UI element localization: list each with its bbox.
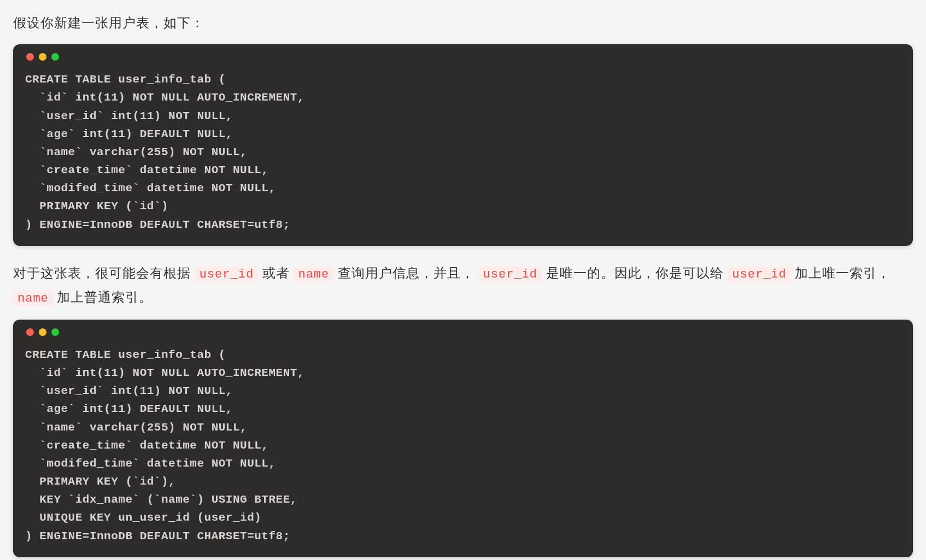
inline-code-name: name (13, 291, 53, 306)
minimize-icon (39, 328, 46, 336)
code-window-1: CREATE TABLE user_info_tab ( `id` int(11… (13, 44, 913, 246)
minimize-icon (39, 53, 46, 61)
inline-code-user-id: user_id (728, 267, 790, 282)
text-segment: 加上普通索引。 (57, 290, 153, 304)
traffic-lights (26, 328, 901, 336)
inline-code-user-id: user_id (195, 267, 258, 282)
code-content-2: CREATE TABLE user_info_tab ( `id` int(11… (25, 346, 901, 545)
text-segment: 或者 (262, 266, 294, 280)
close-icon (26, 53, 34, 61)
inline-code-name: name (294, 267, 333, 282)
intro-paragraph-1: 假设你新建一张用户表，如下： (13, 11, 913, 34)
text-segment: 查询用户信息，并且， (338, 266, 479, 280)
intro-paragraph-2: 对于这张表，很可能会有根据 user_id 或者 name 查询用户信息，并且，… (13, 261, 913, 310)
text-segment: 对于这张表，很可能会有根据 (13, 266, 195, 280)
traffic-lights (26, 53, 901, 61)
inline-code-user-id: user_id (479, 267, 542, 282)
text-segment: 加上唯一索引， (795, 266, 890, 280)
code-content-1: CREATE TABLE user_info_tab ( `id` int(11… (25, 70, 901, 234)
maximize-icon (51, 328, 59, 336)
close-icon (26, 328, 34, 336)
maximize-icon (51, 53, 59, 61)
code-window-2: CREATE TABLE user_info_tab ( `id` int(11… (13, 320, 913, 557)
text-segment: 是唯一的。因此，你是可以给 (546, 266, 728, 280)
